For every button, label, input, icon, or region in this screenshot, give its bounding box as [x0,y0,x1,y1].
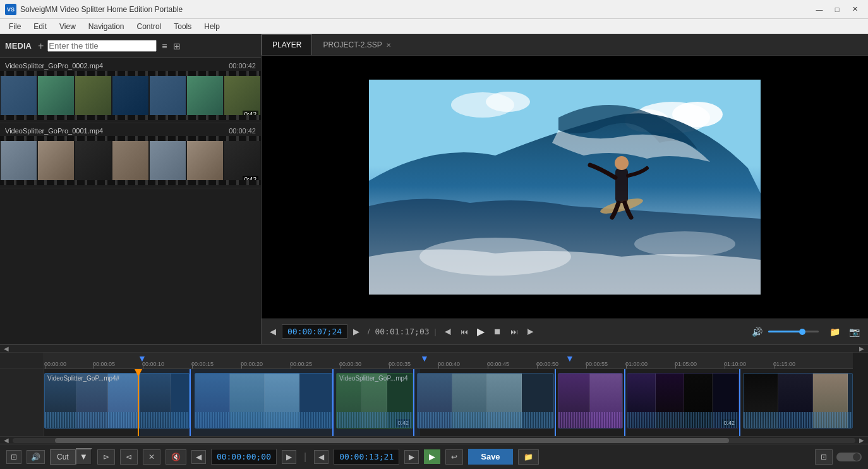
add-media-button[interactable]: + [38,40,44,52]
menu-view[interactable]: View [53,21,82,32]
track-clip-4[interactable] [417,373,554,429]
mute-icon: 🔇 [171,453,181,461]
right-tools: ⊡ [815,449,862,465]
timeline-content[interactable]: 00:00:00 00:00:05 00:00:10 00:00:15 00:0… [44,353,868,436]
thumb-cell [187,76,223,115]
play-button[interactable]: ▶ [474,324,488,339]
fit-button[interactable]: ⊡ [815,449,833,465]
minimize-button[interactable]: — [811,3,828,16]
timeline-scroll-right[interactable]: ▶ [857,345,867,352]
h-scroll-right[interactable]: ▶ [857,437,867,444]
tab-player[interactable]: PLAYER [262,34,312,55]
maximize-button[interactable]: □ [829,3,845,16]
ruler-mark: 00:00:00 [44,361,66,367]
forward-fast-button[interactable]: |▶ [524,326,537,338]
ruler-tick [340,363,341,368]
prev-button[interactable]: ◀ [267,325,279,338]
rewind-slow-button[interactable]: ◀| [442,326,455,338]
ruler-content: 00:00:00 00:00:05 00:00:10 00:00:15 00:0… [44,353,853,368]
segment-next-button[interactable]: ▶ [404,450,419,464]
app-icon: VS [5,4,16,15]
thumb-cell [187,141,223,180]
tab-project[interactable]: PROJECT-2.SSP ✕ [312,34,401,55]
ruler-mark: 00:00:05 [93,361,115,367]
gutter-ruler [0,353,44,369]
track-clip-7[interactable] [743,373,853,429]
media-item[interactable]: VideoSplitter_GoPro_0002.mp4 00:00:42 [0,58,261,123]
ruler-tick [774,363,775,368]
ruler-mark: 01:05:00 [675,361,697,367]
audio-icon: 🔊 [31,453,40,461]
mark-out-button[interactable]: ⊲ [120,449,138,465]
duration-badge-2: 0:42 [243,176,258,184]
media-item[interactable]: VideoSplitter_GoPro_0001.mp4 00:00:42 [0,123,261,188]
ruler-mark: 00:00:50 [536,361,558,367]
svg-rect-7 [615,168,628,203]
player-tabs: PLAYER PROJECT-2.SSP ✕ [262,34,868,56]
media-list: VideoSplitter_GoPro_0002.mp4 00:00:42 [0,58,261,344]
thumb-cell [112,141,148,180]
zoom-thumb [853,453,860,461]
thumb-cell [224,141,260,180]
audio-wave [744,412,852,428]
media-item-duration: 00:00:42 [229,127,256,135]
playhead[interactable] [138,369,139,436]
delete-icon: ✕ [148,453,155,461]
track-clip-6[interactable]: 0:42 [627,373,739,429]
volume-button[interactable]: 🔊 [749,325,766,339]
green-play-button[interactable]: ▶ [424,449,440,464]
boundary-line-4 [555,369,556,436]
menu-tools[interactable]: Tools [167,21,198,32]
snapshot-button[interactable]: 📷 [846,325,863,339]
filmstrip-2: 0:42 [0,136,261,185]
h-scroll-track[interactable] [13,438,855,443]
menu-control[interactable]: Control [131,21,168,32]
grid-view-button[interactable]: ⊞ [172,40,182,52]
menu-help[interactable]: Help [198,21,226,32]
cut-dropdown[interactable]: ▼ [76,448,92,465]
svg-point-10 [634,231,735,257]
next-button[interactable]: ▶ [350,325,363,338]
segment-prev-button[interactable]: ◀ [314,450,329,464]
zoom-toggle[interactable] [836,453,862,461]
layout-button[interactable]: ⊡ [6,450,21,464]
boundary-line-1 [190,369,191,436]
h-scroll-left[interactable]: ◀ [1,437,11,444]
audio-button[interactable]: 🔊 [27,450,45,464]
mark-in-button[interactable]: ⊳ [97,449,115,465]
tracks-area: VideoSplitter_GoP...mp4# [44,369,853,436]
stop-button[interactable]: ⏹ [490,325,505,338]
back-arrow-button[interactable]: ↩ [445,449,463,465]
save-button[interactable]: Save [468,449,512,465]
step-back-button[interactable]: ⏮ [457,326,471,338]
tab-close-icon[interactable]: ✕ [386,42,391,49]
rewind-nav-button[interactable]: ◀ [191,450,206,464]
thumb-cell [112,76,148,115]
thumb-cell [1,141,37,180]
ruler-mark: 00:00:45 [487,361,509,367]
ruler-mark: 00:00:25 [290,361,312,367]
ruler-mark: 00:00:40 [438,361,460,367]
open-folder-button[interactable]: 📁 [518,449,539,465]
mark-in-icon: ⊳ [103,453,109,461]
thumb-cell [1,76,37,115]
track-clip-5[interactable] [558,373,623,429]
mute-button[interactable]: 🔇 [166,449,186,465]
close-button[interactable]: ✕ [847,3,863,16]
menu-edit[interactable]: Edit [27,21,53,32]
thumb-cell [150,76,186,115]
delete-segment-button[interactable]: ✕ [143,449,160,465]
folder-button[interactable]: 📁 [826,325,843,339]
menu-navigation[interactable]: Navigation [82,21,131,32]
cut-button[interactable]: Cut [50,449,76,465]
timeline-scroll-left[interactable]: ◀ [1,345,11,352]
svg-point-5 [486,92,530,112]
forward-nav-button[interactable]: ▶ [282,450,296,464]
step-forward-button[interactable]: ⏭ [507,326,521,338]
menu-file[interactable]: File [3,21,27,32]
volume-slider[interactable] [768,331,819,332]
media-search-input[interactable] [47,40,157,52]
tab-player-label: PLAYER [272,40,301,49]
list-view-button[interactable]: ≡ [160,40,168,52]
h-scroll-thumb[interactable] [55,438,729,443]
